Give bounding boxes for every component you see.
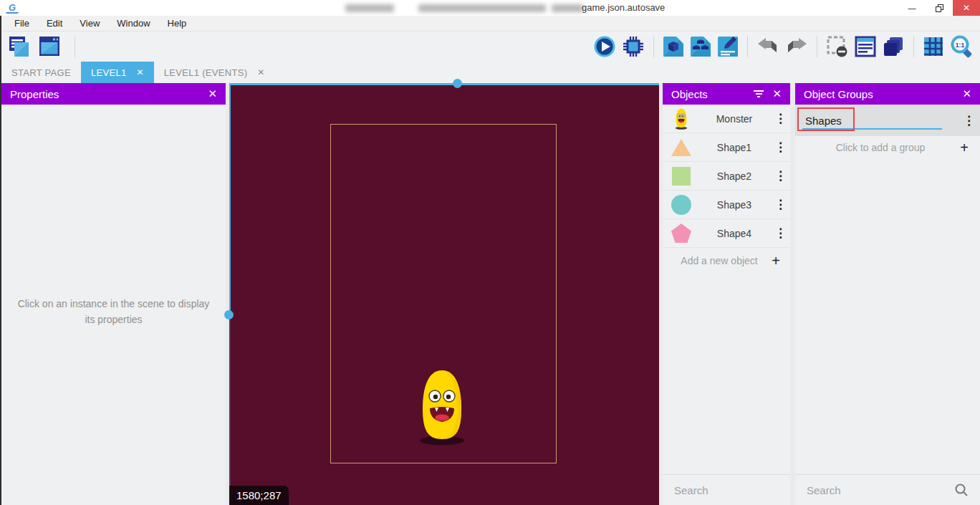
layers-icon (882, 35, 905, 58)
title-bar: G game.json.autosave — ✕ (0, 0, 980, 16)
tab-start-page[interactable]: START PAGE (1, 62, 81, 83)
menu-edit[interactable]: Edit (38, 16, 71, 32)
pink-pentagon-icon (668, 223, 694, 243)
object-name: Shape2 (694, 170, 774, 182)
canvas-top-border (229, 83, 659, 85)
green-square-icon (668, 167, 694, 186)
properties-panel: Properties ✕ Click on an instance in the… (1, 83, 226, 505)
properties-editor-button[interactable] (717, 34, 739, 59)
object-row-shape1[interactable]: Shape1 ⋮ (663, 133, 790, 162)
object-menu-icon[interactable]: ⋮ (774, 198, 784, 211)
monster-instance[interactable] (416, 368, 468, 447)
undo-icon (756, 37, 779, 57)
object-row-monster[interactable]: Monster ⋮ (663, 105, 790, 133)
object-name: Shape4 (694, 228, 774, 239)
object-row-shape4[interactable]: Shape4 ⋮ (663, 219, 790, 248)
plus-icon[interactable]: + (769, 253, 783, 269)
menu-window[interactable]: Window (108, 16, 158, 32)
play-button[interactable] (593, 34, 616, 59)
instances-list-icon (855, 36, 876, 57)
filter-icon[interactable] (754, 89, 764, 99)
tab-close-icon[interactable]: ✕ (136, 67, 143, 77)
add-object-row[interactable]: Add a new object + (663, 248, 790, 274)
close-panel-icon[interactable]: ✕ (208, 87, 217, 100)
objects-panel-header: Objects ✕ (663, 83, 790, 105)
svg-text:1:1: 1:1 (956, 42, 965, 49)
toolbar: 1:1 (0, 32, 980, 62)
scene-editor-button[interactable] (37, 34, 62, 59)
grid-button[interactable] (923, 34, 944, 59)
edit-properties-icon (717, 36, 739, 57)
add-object-label: Add a new object (670, 255, 769, 266)
teal-circle-icon (668, 195, 694, 215)
menu-file[interactable]: File (6, 16, 38, 32)
window-border (0, 16, 1, 505)
object-row-shape2[interactable]: Shape2 ⋮ (663, 162, 790, 191)
panel-resize-bar-dim (229, 315, 231, 505)
close-panel-icon[interactable]: ✕ (962, 87, 971, 100)
object-row-shape3[interactable]: Shape3 ⋮ (663, 191, 790, 219)
redacted-title-segment (345, 4, 394, 12)
object-groups-editor-button[interactable] (690, 34, 711, 59)
group-menu-icon[interactable]: ⋮ (963, 115, 973, 127)
scene-canvas[interactable]: 1580;287 (229, 83, 659, 505)
add-group-row[interactable]: Click to add a group + (795, 136, 980, 159)
debugger-chip-icon (622, 35, 645, 58)
properties-panel-header: Properties ✕ (1, 83, 226, 105)
panel-resize-bar[interactable] (229, 83, 231, 315)
menu-help[interactable]: Help (159, 16, 196, 32)
object-name: Monster (694, 113, 774, 125)
close-button[interactable]: ✕ (953, 0, 980, 16)
minimize-button[interactable]: — (898, 0, 926, 16)
object-menu-icon[interactable]: ⋮ (774, 227, 784, 239)
toolbar-divider (913, 36, 914, 57)
object-groups-panel-header: Object Groups ✕ (795, 83, 980, 105)
plus-icon[interactable]: + (957, 140, 971, 156)
redo-button[interactable] (785, 34, 808, 59)
scene-window-icon (37, 35, 62, 58)
close-panel-icon[interactable]: ✕ (772, 87, 782, 100)
groups-search-input[interactable] (807, 484, 954, 496)
objects-panel-icon (663, 36, 684, 57)
resize-handle-top[interactable] (453, 79, 462, 88)
monster-thumbnail-icon (668, 108, 694, 130)
main-area: Properties ✕ Click on an instance in the… (0, 83, 980, 505)
restore-button[interactable] (926, 0, 953, 16)
search-icon (954, 483, 969, 497)
undo-button[interactable] (756, 34, 779, 59)
menu-view[interactable]: View (71, 16, 108, 32)
group-name-edit-row: ⋮ (795, 105, 980, 136)
group-name-input[interactable] (802, 112, 942, 130)
objects-search-bar (663, 474, 790, 505)
object-name: Shape1 (694, 142, 774, 153)
tab-level1-events[interactable]: LEVEL1 (EVENTS) ✕ (154, 62, 275, 83)
menu-bar: File Edit View Window Help (0, 16, 980, 32)
play-icon (593, 35, 616, 58)
groups-search-bar (795, 474, 980, 505)
object-menu-icon[interactable]: ⋮ (774, 170, 784, 182)
toolbar-divider (75, 36, 75, 57)
zoom-original-button[interactable]: 1:1 (950, 34, 973, 59)
layers-editor-button[interactable] (882, 34, 905, 59)
toolbar-divider (817, 36, 817, 57)
debug-button[interactable] (622, 34, 645, 59)
instances-list-button[interactable] (855, 34, 876, 59)
clear-selection-button[interactable] (826, 34, 849, 59)
window-title: game.json.autosave (582, 2, 665, 13)
tab-level1[interactable]: LEVEL1 ✕ (81, 62, 154, 83)
redo-icon (785, 37, 808, 57)
add-group-label: Click to add a group (804, 142, 957, 153)
tab-label: LEVEL1 (EVENTS) (164, 67, 248, 78)
zoom-1-1-icon: 1:1 (950, 35, 973, 58)
project-manager-button[interactable] (7, 34, 32, 59)
tab-close-icon[interactable]: ✕ (257, 67, 264, 77)
grid-icon (923, 36, 944, 57)
object-menu-icon[interactable]: ⋮ (774, 141, 784, 153)
toolbar-divider (747, 36, 748, 57)
gdevelop-window: G game.json.autosave — ✕ File Edit View … (0, 0, 980, 505)
orange-triangle-icon (668, 138, 694, 157)
objects-editor-button[interactable] (663, 34, 684, 59)
resize-handle-left[interactable] (224, 310, 234, 319)
object-menu-icon[interactable]: ⋮ (774, 112, 784, 125)
objects-panel: Objects ✕ Monster ⋮ Shape1 ⋮ (663, 83, 790, 505)
